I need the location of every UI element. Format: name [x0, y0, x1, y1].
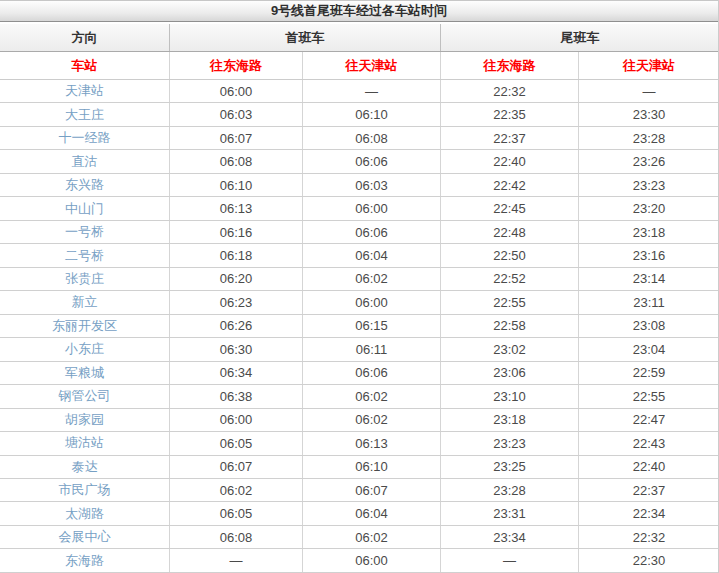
table-row: 大王庄 06:03 06:10 22:35 23:30	[0, 103, 718, 126]
station-cell: 中山门	[0, 197, 170, 219]
first-train-to-tianjin-cell: 06:03	[303, 174, 441, 196]
station-link[interactable]: 市民广场	[59, 481, 111, 499]
first-train-to-tianjin-cell: 06:15	[303, 315, 441, 337]
first-train-to-donghai-cell: 06:03	[170, 103, 303, 125]
station-cell: 天津站	[0, 80, 170, 102]
station-link[interactable]: 钢管公司	[59, 387, 111, 405]
table-row: 军粮城 06:34 06:06 23:06 22:59	[0, 362, 718, 385]
timetable-page: 9号线首尾班车经过各车站时间 方向 首班车 尾班车 车站 往东海路 往天津站 往…	[0, 0, 719, 573]
last-train-to-donghai-cell: 23:06	[441, 362, 579, 384]
header-last-to-donghai: 往东海路	[441, 52, 579, 79]
table-row: 市民广场 06:02 06:07 23:28 22:37	[0, 479, 718, 502]
last-train-to-tianjin-cell: 23:28	[579, 127, 719, 149]
last-train-to-tianjin-cell: 23:14	[579, 268, 719, 290]
last-train-to-tianjin-cell: 22:34	[579, 502, 719, 524]
first-train-to-donghai-cell: 06:34	[170, 362, 303, 384]
header-station: 车站	[0, 52, 170, 79]
station-cell: 军粮城	[0, 362, 170, 384]
last-train-to-tianjin-cell: —	[579, 80, 719, 102]
table-row: 天津站 06:00 — 22:32 —	[0, 80, 718, 103]
table-row: 直沽 06:08 06:06 22:40 23:26	[0, 150, 718, 173]
station-link[interactable]: 东海路	[65, 552, 104, 570]
first-train-to-donghai-cell: 06:07	[170, 127, 303, 149]
table-row: 胡家园 06:00 06:02 23:18 22:47	[0, 409, 718, 432]
sub-header-row: 车站 往东海路 往天津站 往东海路 往天津站	[0, 52, 718, 80]
first-train-to-tianjin-cell: 06:10	[303, 456, 441, 478]
station-cell: 一号桥	[0, 221, 170, 243]
station-cell: 十一经路	[0, 127, 170, 149]
first-train-to-donghai-cell: 06:05	[170, 502, 303, 524]
station-link[interactable]: 太湖路	[65, 505, 104, 523]
station-link[interactable]: 会展中心	[59, 528, 111, 546]
station-cell: 市民广场	[0, 479, 170, 501]
last-train-to-donghai-cell: 23:10	[441, 385, 579, 407]
last-train-to-donghai-cell: 23:23	[441, 432, 579, 454]
station-link[interactable]: 天津站	[65, 82, 104, 100]
station-cell: 东兴路	[0, 174, 170, 196]
station-link[interactable]: 东丽开发区	[52, 317, 117, 335]
station-cell: 胡家园	[0, 409, 170, 431]
first-train-to-donghai-cell: 06:08	[170, 526, 303, 548]
first-train-to-tianjin-cell: 06:00	[303, 291, 441, 313]
station-link[interactable]: 中山门	[65, 200, 104, 218]
station-link[interactable]: 一号桥	[65, 223, 104, 241]
last-train-to-donghai-cell: 23:31	[441, 502, 579, 524]
header-last-train: 尾班车	[441, 24, 719, 51]
last-train-to-donghai-cell: 22:40	[441, 150, 579, 172]
first-train-to-tianjin-cell: 06:02	[303, 526, 441, 548]
first-train-to-tianjin-cell: 06:04	[303, 502, 441, 524]
first-train-to-donghai-cell: 06:16	[170, 221, 303, 243]
table-row: 塘沽站 06:05 06:13 23:23 22:43	[0, 432, 718, 455]
last-train-to-tianjin-cell: 22:55	[579, 385, 719, 407]
last-train-to-donghai-cell: 22:32	[441, 80, 579, 102]
last-train-to-donghai-cell: 23:28	[441, 479, 579, 501]
first-train-to-donghai-cell: 06:08	[170, 150, 303, 172]
first-train-to-donghai-cell: —	[170, 549, 303, 571]
station-link[interactable]: 大王庄	[65, 106, 104, 124]
station-cell: 新立	[0, 291, 170, 313]
station-link[interactable]: 泰达	[72, 458, 98, 476]
table-row: 东海路 — 06:00 — 22:30	[0, 549, 718, 572]
first-train-to-donghai-cell: 06:13	[170, 197, 303, 219]
first-train-to-donghai-cell: 06:05	[170, 432, 303, 454]
last-train-to-tianjin-cell: 23:20	[579, 197, 719, 219]
last-train-to-tianjin-cell: 23:30	[579, 103, 719, 125]
last-train-to-tianjin-cell: 23:18	[579, 221, 719, 243]
last-train-to-donghai-cell: 22:58	[441, 315, 579, 337]
section-header-row: 方向 首班车 尾班车	[0, 24, 718, 52]
station-link[interactable]: 张贵庄	[65, 270, 104, 288]
station-link[interactable]: 塘沽站	[65, 434, 104, 452]
header-first-train: 首班车	[170, 24, 441, 51]
station-cell: 张贵庄	[0, 268, 170, 290]
last-train-to-donghai-cell: 22:37	[441, 127, 579, 149]
last-train-to-tianjin-cell: 23:08	[579, 315, 719, 337]
last-train-to-tianjin-cell: 23:16	[579, 244, 719, 266]
first-train-to-tianjin-cell: 06:10	[303, 103, 441, 125]
station-link[interactable]: 军粮城	[65, 364, 104, 382]
first-train-to-tianjin-cell: —	[303, 80, 441, 102]
station-cell: 东海路	[0, 549, 170, 571]
station-link[interactable]: 东兴路	[65, 176, 104, 194]
first-train-to-tianjin-cell: 06:13	[303, 432, 441, 454]
last-train-to-tianjin-cell: 22:43	[579, 432, 719, 454]
station-link[interactable]: 直沽	[72, 153, 98, 171]
station-cell: 钢管公司	[0, 385, 170, 407]
last-train-to-donghai-cell: 22:42	[441, 174, 579, 196]
first-train-to-tianjin-cell: 06:06	[303, 150, 441, 172]
first-train-to-donghai-cell: 06:38	[170, 385, 303, 407]
table-row: 中山门 06:13 06:00 22:45 23:20	[0, 197, 718, 220]
table-row: 新立 06:23 06:00 22:55 23:11	[0, 291, 718, 314]
station-link[interactable]: 小东庄	[65, 340, 104, 358]
station-link[interactable]: 新立	[72, 293, 98, 311]
first-train-to-tianjin-cell: 06:07	[303, 479, 441, 501]
station-cell: 大王庄	[0, 103, 170, 125]
station-link[interactable]: 二号桥	[65, 247, 104, 265]
station-link[interactable]: 胡家园	[65, 411, 104, 429]
first-train-to-tianjin-cell: 06:02	[303, 409, 441, 431]
station-link[interactable]: 十一经路	[59, 129, 111, 147]
table-row: 张贵庄 06:20 06:02 22:52 23:14	[0, 268, 718, 291]
table-row: 钢管公司 06:38 06:02 23:10 22:55	[0, 385, 718, 408]
first-train-to-donghai-cell: 06:00	[170, 409, 303, 431]
first-train-to-tianjin-cell: 06:04	[303, 244, 441, 266]
first-train-to-tianjin-cell: 06:02	[303, 385, 441, 407]
